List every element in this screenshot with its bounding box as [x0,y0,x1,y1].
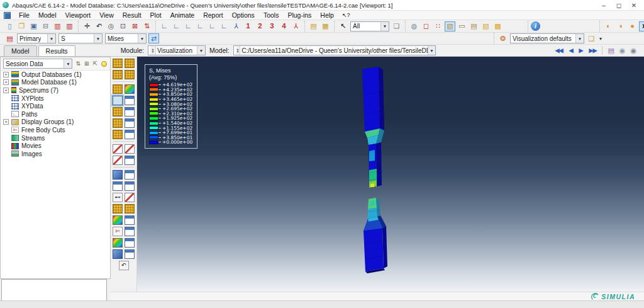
selection-filter-combo[interactable]: All▼ [350,21,389,31]
plot-contours-icon[interactable] [113,84,123,94]
menu-viewport[interactable]: Viewport [61,11,96,20]
select-cursor-icon[interactable]: ↖ [338,21,348,31]
display-defaults-select[interactable]: Visualization defaults▼ [510,33,584,43]
auto-fit-icon[interactable]: ⊠ [130,21,140,31]
tab-results[interactable]: Results [38,45,75,56]
query-info-icon[interactable]: ▤ [308,21,319,31]
view-cut-icon[interactable] [113,204,123,214]
pointer-tool-icon[interactable]: ➤ [639,21,644,31]
movie-manager-icon[interactable] [125,249,135,259]
view-cut-manager-icon[interactable] [125,204,135,214]
animation-frames-icon[interactable] [125,59,135,68]
xy-data-manager-icon[interactable] [113,144,123,154]
tree-item-display-groups-1[interactable]: +Display Groups (1) [1,118,110,127]
field-output-dialog-icon[interactable]: ▤ [4,33,15,43]
menu-plot[interactable]: Plot [146,11,166,20]
field-component-select[interactable]: Mises▼ [105,33,147,43]
views-toolbox-icon[interactable]: ⅄ [291,21,301,31]
color-code-single-icon[interactable]: ● [627,21,638,31]
contour-spectrum-icon[interactable] [125,84,135,94]
user-view-1[interactable]: 1 [243,21,253,31]
pan-view-icon[interactable]: ✛ [82,21,92,31]
options-table-icon[interactable]: ▦ [320,21,331,31]
tree-expander[interactable]: + [3,88,9,93]
rotate-view-icon[interactable]: ↶ [94,21,104,31]
animation-options-icon[interactable] [125,215,135,225]
tree-tip-icon[interactable] [101,61,107,67]
free-body-manager-icon[interactable] [125,227,135,236]
free-body-cut-icon[interactable]: ✄ [113,227,123,236]
tree-item-free-body-cuts[interactable]: ✄Free Body Cuts [1,126,110,134]
create-path-icon[interactable]: ⊷ [113,193,123,202]
plot-orientations-icon[interactable] [113,118,123,128]
menu-file[interactable]: File [14,11,34,20]
contour-plot-icon[interactable] [113,215,123,225]
menu-report[interactable]: Report [199,11,228,20]
plot-deformed-icon[interactable] [125,70,135,79]
model-select[interactable]: ▲▼C:/Users/ea11a/OneDrive - Queen's Univ… [233,45,436,55]
xy-options-icon[interactable] [113,156,123,165]
movie-capture-icon[interactable] [113,249,123,259]
print-icon[interactable]: ⊟ [40,21,51,31]
specimen-model[interactable] [137,57,644,292]
view-bottom-icon[interactable]: ∟ [195,21,206,31]
frame-selector-toolbar-icon[interactable]: ▤ [605,47,616,55]
show-nodes-icon[interactable]: ∷ [433,21,443,31]
render-filled-icon[interactable]: ▩ [492,21,503,31]
database-in-icon[interactable]: ▥ [52,21,63,31]
tree-expander[interactable]: + [3,119,9,125]
sync-frames-icon[interactable]: ⇄ [148,33,159,43]
menu-view[interactable]: View [95,11,118,20]
tree-item-paths[interactable]: ∟Paths [1,110,110,118]
tree-spin-icon[interactable]: ⇅ [74,60,82,67]
view-front-icon[interactable]: ∟ [159,21,170,31]
database-out-icon[interactable]: ▥ [64,21,75,31]
open-file-icon[interactable]: ❐ [16,21,27,31]
menu-help[interactable]: Help [316,11,338,20]
menu-options[interactable]: Options [228,11,259,20]
user-view-3[interactable]: 3 [267,21,277,31]
tree-expander[interactable]: + [3,72,9,77]
rotate-arrow-icon[interactable]: ↶ [119,261,129,270]
menu-result[interactable]: Result [118,11,146,20]
color-code-initial-icon[interactable]: ◐ [603,21,614,31]
window-menu-icon[interactable] [4,12,11,19]
module-select[interactable]: ▲▼Visualization▼ [148,45,206,55]
xy-manager-icon[interactable] [125,156,135,165]
edit-region-icon[interactable]: ◻ [421,21,431,31]
stream-plot-icon[interactable] [113,238,123,248]
menu-tools[interactable]: Tools [259,11,284,20]
user-view-2[interactable]: 2 [255,21,265,31]
tree-item-images[interactable]: Images [1,150,110,158]
view-right-icon[interactable]: ∟ [219,21,230,31]
menu-animate[interactable]: Animate [166,11,199,20]
render-hiddenline-icon[interactable]: ▤ [469,21,479,31]
help-info-icon[interactable]: i [531,21,540,31]
minimize-button[interactable]: – [596,1,611,10]
tree-item-movies[interactable]: Movies [1,142,110,150]
tree-item-output-databases-1[interactable]: +Output Databases (1) [1,71,110,79]
field-position-select[interactable]: Primary▼ [17,33,56,43]
tree-item-model-database-1[interactable]: +Model Database (1) [1,79,110,87]
symbol-options-icon[interactable] [125,107,135,117]
tree-item-streams[interactable]: Streams [1,134,110,142]
selection-groups-icon[interactable]: ❏ [391,21,402,31]
magnify-view-icon[interactable]: ◎ [106,21,116,31]
tree-item-xydata[interactable]: XYData [1,102,110,110]
render-shaded-icon[interactable]: ▧ [480,21,491,31]
frame-selector-icon[interactable] [113,59,123,68]
menu-model[interactable]: Model [34,11,61,20]
new-file-icon[interactable]: ▯ [4,21,15,31]
session-data-select[interactable]: Session Data▼ [3,59,72,69]
plot-symbols-icon[interactable] [113,107,123,117]
field-variable-select[interactable]: S▼ [58,33,103,43]
render-wireframe-icon[interactable]: ▭ [457,21,467,31]
xy-path-icon[interactable] [125,193,135,202]
tree-item-spectrums-7[interactable]: +Spectrums (7) [1,86,110,94]
box-zoom-icon[interactable]: ⊡ [118,21,128,31]
maximize-button[interactable]: ◻ [611,1,626,10]
contour-manager-icon[interactable] [125,96,135,105]
cycle-views-icon[interactable]: ⇅ [142,21,152,31]
previous-frame-button[interactable]: ◀ [566,47,576,54]
user-view-4[interactable]: 4 [279,21,289,31]
